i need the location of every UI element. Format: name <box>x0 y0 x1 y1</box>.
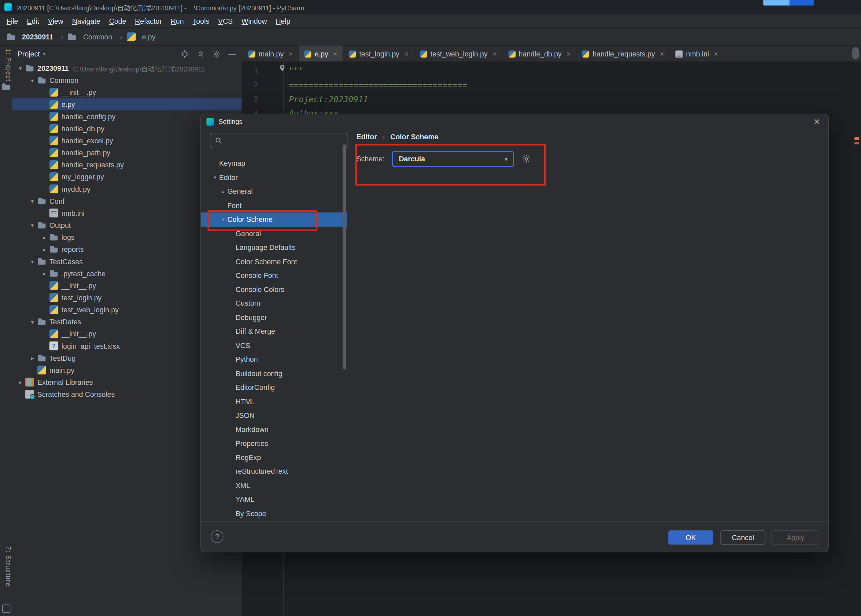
hide-panel-icon[interactable]: — <box>229 50 236 58</box>
apply-button[interactable]: Apply <box>771 531 819 545</box>
editor-scrollbar-thumb[interactable] <box>852 47 859 59</box>
editor-tab[interactable]: handle_db.py × <box>503 46 577 62</box>
menu-item[interactable]: Navigate <box>68 16 105 26</box>
settings-nav-item[interactable]: Properties <box>201 437 347 451</box>
settings-nav-item[interactable]: By Scope <box>201 506 347 520</box>
settings-nav-item[interactable]: YAML <box>201 492 347 506</box>
stripe-mark-red[interactable] <box>854 142 859 145</box>
settings-nav-item[interactable]: VCS <box>201 338 347 352</box>
tree-chevron-icon[interactable]: ▾ <box>27 77 38 83</box>
nav-scrollbar-thumb[interactable] <box>343 144 346 369</box>
editor-tab[interactable]: main.py × <box>243 46 299 62</box>
close-tab-icon[interactable]: × <box>404 50 408 58</box>
settings-nav-item[interactable]: Language Defaults <box>201 240 347 255</box>
menu-item[interactable]: Edit <box>22 16 44 26</box>
tree-row[interactable]: e.py <box>12 98 242 110</box>
nav-chevron-icon[interactable]: ▾ <box>211 175 219 180</box>
settings-nav-item[interactable]: JSON <box>201 409 347 423</box>
close-tab-icon[interactable]: × <box>660 50 664 58</box>
breadcrumb-item[interactable]: 20230911 › <box>7 32 68 41</box>
tree-file-icon <box>38 366 46 374</box>
editor-tab[interactable]: e.py × <box>299 46 343 62</box>
settings-nav-item[interactable]: XML <box>201 478 347 492</box>
help-button[interactable]: ? <box>211 531 223 543</box>
tree-chevron-icon[interactable]: ▸ <box>27 355 38 361</box>
editor-tab[interactable]: nmb.ini × <box>670 46 724 62</box>
collapse-all-icon[interactable] <box>196 50 205 58</box>
tree-chevron-icon[interactable]: ▾ <box>27 319 38 325</box>
settings-nav-item[interactable]: Debugger <box>201 310 347 324</box>
settings-nav-item[interactable]: Keymap <box>201 156 347 170</box>
tree-file-icon <box>49 233 58 242</box>
menu-item[interactable]: Refactor <box>130 16 167 26</box>
nav-chevron-icon[interactable]: ▸ <box>219 189 228 194</box>
editor-tab[interactable]: test_web_login.py × <box>415 46 503 62</box>
project-tool-button[interactable]: 1: Project <box>0 49 12 82</box>
tree-chevron-icon[interactable]: ▸ <box>39 246 49 252</box>
settings-nav-item[interactable]: Color Scheme Font <box>201 255 347 269</box>
settings-nav-item[interactable]: EditorConfig <box>201 380 347 394</box>
search-input[interactable] <box>226 136 343 145</box>
tree-chevron-icon[interactable]: ▸ <box>39 270 49 276</box>
settings-nav-item[interactable]: HTML <box>201 394 347 409</box>
breadcrumb-item[interactable]: e.py › <box>127 32 156 41</box>
close-tab-icon[interactable]: × <box>714 50 718 58</box>
tree-file-icon <box>49 269 58 278</box>
tree-row[interactable]: ▾ Common <box>12 74 242 86</box>
tree-row[interactable]: __init__.py <box>12 86 242 98</box>
settings-nav-item[interactable]: Console Colors <box>201 283 347 297</box>
tree-chevron-icon[interactable]: ▾ <box>27 258 38 264</box>
menu-item[interactable]: VCS <box>214 16 237 26</box>
tree-chevron-icon[interactable]: ▾ <box>27 198 38 204</box>
settings-nav-item[interactable]: Console Font <box>201 269 347 283</box>
menu-item[interactable]: View <box>44 16 68 26</box>
close-tab-icon[interactable]: × <box>492 50 496 58</box>
settings-search-field[interactable] <box>210 133 348 148</box>
editor-tab[interactable]: handle_requests.py × <box>577 46 670 62</box>
settings-nav-item[interactable]: RegExp <box>201 450 347 464</box>
code-line: 1 """ <box>242 64 850 78</box>
menu-item[interactable]: Window <box>237 16 271 26</box>
breadcrumb-color-scheme[interactable]: Color Scheme <box>390 133 438 141</box>
bottom-corner-tool-icon[interactable] <box>2 604 11 613</box>
structure-tool-button[interactable]: 7: Structure <box>0 546 12 587</box>
ok-button[interactable]: OK <box>668 531 713 545</box>
settings-nav-item[interactable]: Buildout config <box>201 366 347 380</box>
menu-item[interactable]: Help <box>271 16 295 26</box>
menu-item[interactable]: Code <box>105 16 130 26</box>
breadcrumb-editor[interactable]: Editor <box>357 133 377 141</box>
settings-nav-item[interactable]: Python <box>201 352 347 366</box>
tree-file-icon <box>38 354 46 362</box>
project-panel-title[interactable]: Project <box>18 50 40 58</box>
stripe-mark-orange[interactable] <box>854 137 859 140</box>
tree-file-icon <box>49 329 58 338</box>
close-dialog-icon[interactable]: ✕ <box>814 118 820 126</box>
tab-file-icon <box>349 50 356 57</box>
tree-chevron-icon[interactable]: ▸ <box>16 379 25 385</box>
chevron-down-icon[interactable]: ▾ <box>43 51 46 57</box>
cancel-button[interactable]: Cancel <box>720 531 765 545</box>
settings-nav-item[interactable]: Custom <box>201 296 347 310</box>
annotation-rect-scheme-dropdown <box>355 144 545 186</box>
close-tab-icon[interactable]: × <box>289 50 293 58</box>
menu-item[interactable]: Tools <box>188 16 214 26</box>
tree-chevron-icon[interactable]: ▾ <box>27 222 38 228</box>
breadcrumb-item[interactable]: Common › <box>68 32 127 41</box>
titlebar-progress-bar <box>763 0 814 5</box>
editor-tab[interactable]: test_login.py × <box>344 46 415 62</box>
menu-item[interactable]: File <box>2 16 23 26</box>
locate-file-icon[interactable] <box>181 50 189 58</box>
close-tab-icon[interactable]: × <box>333 50 337 58</box>
project-folder-icon[interactable] <box>2 83 10 90</box>
tree-chevron-icon[interactable]: ▾ <box>16 65 25 71</box>
menu-item[interactable]: Run <box>167 16 189 26</box>
tree-chevron-icon[interactable]: ▸ <box>39 234 49 240</box>
settings-nav-item[interactable]: ▾ Editor <box>201 170 347 184</box>
close-tab-icon[interactable]: × <box>567 50 571 58</box>
settings-nav-item[interactable]: Markdown <box>201 423 347 437</box>
settings-nav-item[interactable]: Diff & Merge <box>201 324 347 338</box>
settings-nav-item[interactable]: reStructuredText <box>201 464 347 478</box>
tree-row[interactable]: ▾ 20230911 C:\Users\feng\Desktop\自动化测试\2… <box>12 62 242 74</box>
settings-nav-item[interactable]: ▸ General <box>201 184 347 198</box>
gear-icon[interactable] <box>212 50 221 58</box>
